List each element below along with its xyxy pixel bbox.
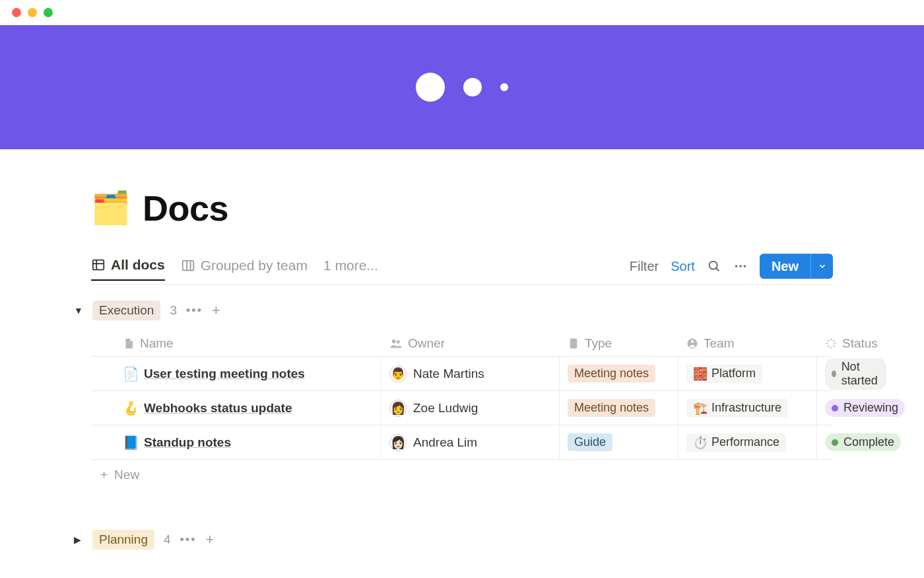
svg-line-23: [833, 340, 834, 342]
window-chrome: [0, 0, 924, 25]
cell-team[interactable]: 🧱Platform: [678, 357, 817, 390]
status-dot: [832, 371, 836, 377]
column-header-team[interactable]: Team: [678, 331, 817, 356]
view-tab-label: Grouped by team: [201, 258, 308, 273]
column-header-type[interactable]: Type: [560, 331, 678, 356]
cell-owner[interactable]: 👨 Nate Martins: [381, 357, 560, 390]
cover-decoration: [500, 83, 508, 91]
view-tab-overflow[interactable]: 1 more...: [323, 258, 378, 280]
type-tag: Meeting notes: [568, 399, 655, 417]
status-dot: [832, 405, 838, 412]
group-add-icon[interactable]: +: [205, 531, 214, 548]
owner-name: Nate Martins: [413, 367, 484, 381]
column-header-owner[interactable]: Owner: [381, 331, 560, 356]
cell-type[interactable]: Meeting notes: [560, 391, 678, 425]
sort-button[interactable]: Sort: [671, 259, 695, 274]
cell-type[interactable]: Meeting notes: [560, 357, 678, 390]
row-title: Standup notes: [144, 435, 231, 450]
new-button-dropdown[interactable]: [810, 254, 833, 279]
column-label: Type: [585, 336, 612, 351]
table-icon: [91, 258, 106, 272]
maximize-window-button[interactable]: [44, 8, 53, 17]
filter-button[interactable]: Filter: [630, 259, 659, 274]
table: Name Owner Type: [91, 331, 833, 490]
svg-point-6: [710, 262, 717, 270]
group-planning: ▶ Planning 4 ••• +: [91, 530, 833, 550]
type-tag: Meeting notes: [568, 365, 655, 382]
page-cover[interactable]: [0, 25, 924, 149]
row-title: User testing meeting notes: [144, 367, 305, 381]
table-row[interactable]: 📘 Standup notes 👩🏻 Andrea Lim Guide ⏱️Pe…: [91, 425, 833, 460]
view-tab-grouped-by-team[interactable]: Grouped by team: [181, 258, 308, 280]
cell-status[interactable]: Reviewing: [817, 391, 913, 425]
select-icon: [568, 338, 579, 349]
table-row[interactable]: 🪝 Webhooks status update 👩 Zoe Ludwig Me…: [91, 391, 833, 425]
column-header-name[interactable]: Name: [91, 331, 381, 356]
table-row[interactable]: 📄 User testing meeting notes 👨 Nate Mart…: [91, 357, 833, 391]
people-icon: [389, 337, 403, 350]
cell-type[interactable]: Guide: [560, 425, 678, 459]
status-dot: [832, 439, 838, 446]
cell-status[interactable]: Complete: [817, 425, 909, 459]
avatar: 👩: [389, 400, 407, 417]
svg-point-10: [743, 265, 746, 268]
group-count: 4: [164, 532, 171, 547]
svg-point-8: [735, 265, 738, 268]
views-bar: All docs Grouped by team 1 more... Filte…: [91, 254, 833, 285]
cover-decoration: [416, 73, 445, 102]
cell-team[interactable]: 🏗️Infrastructure: [678, 391, 817, 425]
group-label[interactable]: Execution: [92, 301, 160, 320]
svg-line-22: [828, 345, 829, 347]
row-title: Webhooks status update: [144, 401, 292, 415]
view-tab-label: All docs: [111, 257, 165, 273]
cell-status[interactable]: Not started: [817, 357, 894, 390]
disclosure-toggle[interactable]: ▶: [74, 534, 83, 545]
view-tab-label: 1 more...: [323, 258, 378, 273]
column-header-status[interactable]: Status: [817, 331, 886, 356]
status-label: Complete: [843, 435, 894, 449]
team-icon: 🏗️: [693, 401, 708, 415]
disclosure-toggle[interactable]: ▼: [74, 305, 83, 316]
column-label: Status: [842, 336, 878, 351]
team-icon: 🧱: [693, 367, 708, 381]
column-label: Name: [140, 336, 174, 351]
board-icon: [181, 258, 195, 273]
group-execution: ▼ Execution 3 ••• + Name: [91, 301, 833, 490]
page-icon: [123, 338, 135, 349]
row-icon: 🪝: [123, 400, 137, 416]
group-label[interactable]: Planning: [92, 530, 154, 550]
close-window-button[interactable]: [12, 8, 21, 17]
status-pill: Complete: [825, 433, 901, 451]
status-label: Not started: [842, 360, 880, 388]
row-icon: 📄: [123, 366, 137, 382]
cell-owner[interactable]: 👩🏻 Andrea Lim: [381, 425, 560, 459]
cell-name[interactable]: 🪝 Webhooks status update: [91, 391, 381, 425]
more-icon[interactable]: [733, 259, 748, 273]
search-icon[interactable]: [707, 259, 721, 273]
avatar: 👨: [389, 365, 407, 382]
svg-point-12: [397, 340, 400, 343]
cell-name[interactable]: 📄 User testing meeting notes: [91, 357, 381, 390]
minimize-window-button[interactable]: [28, 8, 37, 17]
svg-rect-3: [182, 261, 193, 271]
page-title[interactable]: Docs: [143, 188, 228, 229]
svg-line-7: [716, 268, 719, 271]
page-icon[interactable]: 🗂️: [91, 192, 131, 224]
new-row-button[interactable]: + New: [91, 460, 833, 490]
page-title-block[interactable]: 🗂️ Docs: [91, 149, 833, 229]
new-button[interactable]: New: [760, 254, 810, 279]
cell-owner[interactable]: 👩 Zoe Ludwig: [381, 391, 560, 425]
team-icon: ⏱️: [693, 435, 708, 450]
group-more-icon[interactable]: •••: [180, 533, 197, 547]
group-more-icon[interactable]: •••: [186, 304, 203, 318]
cell-name[interactable]: 📘 Standup notes: [91, 425, 381, 459]
cell-team[interactable]: ⏱️Performance: [678, 425, 817, 459]
team-name: Platform: [711, 367, 756, 380]
svg-line-21: [833, 345, 834, 347]
status-pill: Not started: [825, 358, 886, 390]
group-count: 3: [170, 303, 177, 318]
view-tab-all-docs[interactable]: All docs: [91, 257, 165, 281]
svg-point-11: [392, 340, 396, 343]
group-add-icon[interactable]: +: [212, 302, 220, 319]
column-label: Owner: [408, 336, 445, 351]
